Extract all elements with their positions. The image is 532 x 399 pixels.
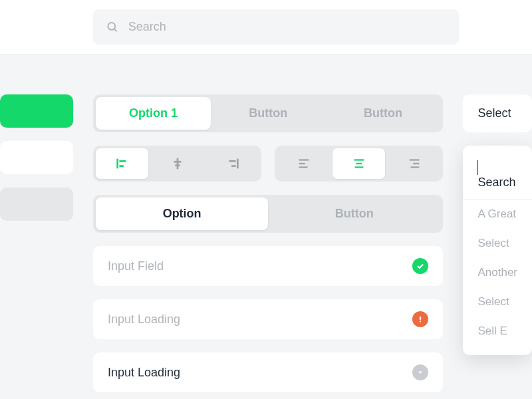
text-center-icon bbox=[352, 156, 366, 171]
text-right-button[interactable] bbox=[388, 148, 440, 179]
align-center-icon bbox=[170, 156, 185, 171]
segment-option1[interactable]: Option 1 bbox=[96, 97, 211, 130]
search-icon bbox=[106, 21, 119, 34]
segment-option[interactable]: Option bbox=[96, 198, 268, 230]
sidebar-pill-active[interactable] bbox=[0, 94, 73, 128]
svg-line-1 bbox=[114, 29, 117, 31]
svg-point-21 bbox=[420, 321, 421, 322]
segment-button[interactable]: Button bbox=[268, 198, 440, 230]
main-column: Option 1 Button Button bbox=[93, 94, 443, 392]
segment-button[interactable]: Button bbox=[326, 97, 441, 130]
search-input[interactable] bbox=[128, 20, 446, 34]
sidebar bbox=[0, 94, 73, 392]
dropdown-search[interactable]: Search bbox=[463, 155, 532, 200]
tool-row bbox=[93, 146, 443, 182]
dropdown-item[interactable]: Select bbox=[463, 229, 532, 258]
topbar bbox=[0, 0, 532, 55]
sidebar-pill[interactable] bbox=[0, 141, 73, 174]
segmented-control-1: Option 1 Button Button bbox=[93, 94, 443, 132]
text-left-button[interactable] bbox=[277, 148, 330, 179]
align-center-button[interactable] bbox=[151, 148, 203, 179]
segmented-control-2: Option Button bbox=[93, 195, 443, 233]
check-icon bbox=[412, 258, 428, 274]
segment-button[interactable]: Button bbox=[211, 97, 326, 130]
text-align-group bbox=[275, 146, 443, 182]
input-label: Input Field bbox=[108, 259, 164, 273]
input-field-dropdown[interactable]: Input Loading bbox=[93, 352, 443, 392]
align-right-icon bbox=[225, 156, 240, 171]
align-right-button[interactable] bbox=[206, 148, 259, 179]
text-right-icon bbox=[407, 156, 422, 171]
align-left-button[interactable] bbox=[96, 148, 148, 179]
dropdown-panel: Search A Great Select Another Select Sel… bbox=[463, 146, 532, 355]
align-left-icon bbox=[115, 156, 130, 171]
svg-rect-20 bbox=[420, 317, 421, 320]
input-label: Input Loading bbox=[108, 366, 180, 380]
search-input-container[interactable] bbox=[93, 9, 459, 45]
chevron-down-icon bbox=[412, 364, 428, 380]
dropdown-item[interactable]: Select bbox=[463, 287, 532, 317]
align-group-1 bbox=[93, 146, 261, 182]
input-field-loading[interactable]: Input Loading bbox=[93, 299, 443, 339]
input-field-valid[interactable]: Input Field bbox=[93, 246, 443, 286]
svg-point-0 bbox=[108, 22, 115, 29]
dropdown-item[interactable]: Sell E bbox=[463, 317, 532, 346]
svg-marker-22 bbox=[418, 372, 422, 374]
sidebar-pill[interactable] bbox=[0, 188, 73, 221]
text-center-button[interactable] bbox=[332, 148, 385, 179]
text-left-icon bbox=[297, 156, 311, 171]
alert-icon bbox=[412, 311, 428, 327]
select-box[interactable]: Select bbox=[463, 94, 532, 132]
dropdown-item[interactable]: A Great bbox=[463, 200, 532, 229]
input-label: Input Loading bbox=[108, 313, 180, 327]
right-column: Select Search A Great Select Another Sel… bbox=[463, 94, 532, 392]
dropdown-item[interactable]: Another bbox=[463, 258, 532, 287]
